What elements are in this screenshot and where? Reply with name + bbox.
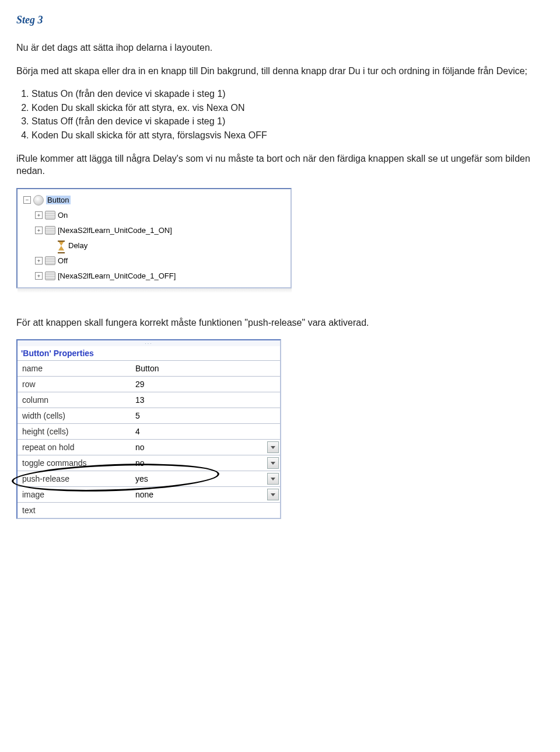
property-value[interactable]: 4 <box>132 427 280 436</box>
property-row: width (cells) 5 <box>18 408 280 423</box>
property-label: height (cells) <box>18 427 132 436</box>
property-row: image none <box>18 486 280 502</box>
property-label: image <box>18 490 132 499</box>
expand-icon[interactable]: + <box>35 211 43 219</box>
property-label: row <box>18 380 132 389</box>
dropdown-icon[interactable] <box>267 441 279 453</box>
property-value[interactable]: 13 <box>132 395 280 405</box>
tree-item-label: On <box>58 211 68 220</box>
property-label: push-release <box>18 474 132 483</box>
tree-item-label: [NexaS2lfLearn_UnitCode_1_OFF] <box>58 271 176 280</box>
property-value[interactable]: 5 <box>132 411 280 420</box>
after-list-paragraph: iRule kommer att lägga till några Delay'… <box>16 152 544 177</box>
property-label: column <box>18 395 132 405</box>
property-value[interactable]: Button <box>132 364 280 373</box>
tree-item-row[interactable]: + [NexaS2lfLearn_UnitCode_1_ON] <box>20 223 288 238</box>
panel-drag-handle[interactable]: ∙∙∙ <box>18 340 280 346</box>
intro-paragraph-1: Nu är det dags att sätta ihop delarna i … <box>16 41 544 54</box>
dropdown-icon[interactable] <box>267 457 279 469</box>
svg-marker-0 <box>271 446 275 449</box>
property-row: text <box>18 502 280 518</box>
panel-shadow <box>18 288 292 293</box>
property-row: name Button <box>18 360 280 376</box>
tree-panel: − Button + On + [NexaS2lfLearn_UnitCode_… <box>16 188 292 288</box>
step-item: Koden Du skall skicka för att styra, för… <box>32 129 544 142</box>
property-value[interactable]: none <box>132 489 280 500</box>
expand-icon[interactable]: + <box>35 227 43 234</box>
device-code-icon <box>45 211 55 220</box>
property-row: column 13 <box>18 392 280 408</box>
button-node-icon <box>33 195 44 206</box>
property-value[interactable]: yes <box>132 473 280 485</box>
property-row: row 29 <box>18 376 280 392</box>
tree-item-row[interactable]: Delay <box>20 238 288 253</box>
tree-item-label: Delay <box>68 241 88 250</box>
steps-list: Status On (från den device vi skapade i … <box>32 88 544 141</box>
mid-paragraph: För att knappen skall fungera korrekt må… <box>16 316 544 329</box>
property-value[interactable]: 29 <box>132 380 280 389</box>
tree-item-label: [NexaS2lfLearn_UnitCode_1_ON] <box>58 226 172 235</box>
device-code-icon <box>45 256 55 265</box>
tree-item-row[interactable]: + Off <box>20 253 288 269</box>
expand-icon[interactable]: + <box>35 272 43 280</box>
hourglass-icon <box>57 241 66 250</box>
svg-marker-2 <box>271 478 275 481</box>
step-item: Status On (från den device vi skapade i … <box>32 88 544 100</box>
property-label: text <box>18 506 132 515</box>
property-row: repeat on hold no <box>18 439 280 455</box>
property-row: toggle commands no <box>18 455 280 471</box>
expander-placeholder <box>47 242 54 249</box>
step-item: Status Off (från den device vi skapade i… <box>32 115 544 128</box>
device-code-icon <box>45 226 55 235</box>
svg-marker-3 <box>271 493 275 496</box>
properties-title: 'Button' Properties <box>18 346 280 360</box>
property-row: push-release yes <box>18 471 280 486</box>
step-item: Koden Du skall skicka för att styra, ex.… <box>32 102 544 114</box>
svg-marker-1 <box>271 462 275 465</box>
properties-panel: ∙∙∙ 'Button' Properties name Button row … <box>16 339 281 519</box>
property-label: name <box>18 364 132 373</box>
property-value[interactable]: no <box>132 457 280 469</box>
step-heading: Steg 3 <box>16 14 544 26</box>
dropdown-icon[interactable] <box>267 473 279 485</box>
collapse-icon[interactable]: − <box>23 196 31 204</box>
property-label: width (cells) <box>18 411 132 420</box>
device-code-icon <box>45 271 55 280</box>
expand-icon[interactable]: + <box>35 257 43 264</box>
tree-item-row[interactable]: + On <box>20 208 288 223</box>
property-label: repeat on hold <box>18 443 132 452</box>
tree-item-label: Off <box>58 256 68 265</box>
intro-paragraph-2: Börja med att skapa eller dra in en knap… <box>16 65 544 78</box>
dropdown-icon[interactable] <box>267 489 279 500</box>
property-row: height (cells) 4 <box>18 423 280 439</box>
tree-root-row[interactable]: − Button <box>20 193 288 208</box>
tree-item-row[interactable]: + [NexaS2lfLearn_UnitCode_1_OFF] <box>20 269 288 284</box>
property-label: toggle commands <box>18 458 132 468</box>
property-value[interactable]: no <box>132 441 280 453</box>
tree-root-label: Button <box>46 196 71 204</box>
